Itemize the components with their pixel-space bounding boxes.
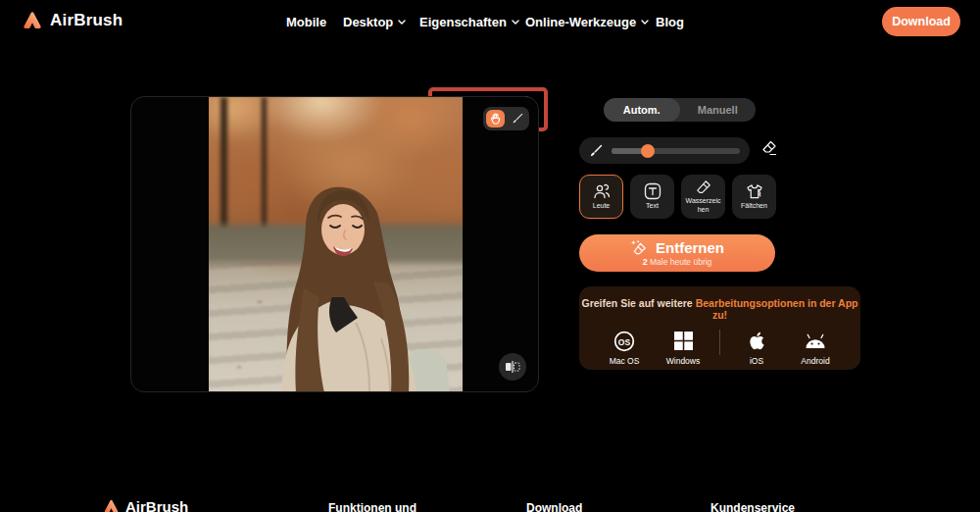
nav-item-mobile[interactable]: Mobile — [286, 15, 326, 29]
portrait-subject — [209, 97, 463, 392]
text-icon — [644, 182, 662, 200]
platform-windows[interactable]: Windows — [661, 330, 706, 366]
tool-text[interactable]: Text — [630, 175, 674, 219]
app-promo-box: Greifen Sie auf weitere Bearbeitungsopti… — [579, 286, 860, 370]
platform-links: OS Mac OS Windows iOS A — [579, 330, 860, 366]
hand-tool-button[interactable] — [486, 110, 505, 128]
tool-faeltchen[interactable]: Fältchen — [732, 175, 776, 219]
platform-ios[interactable]: iOS — [734, 330, 779, 366]
brush-size-control — [579, 137, 750, 164]
clothing-wrinkle-icon — [745, 183, 764, 200]
promo-title: Greifen Sie auf weitere Bearbeitungsopti… — [579, 297, 860, 321]
airbrush-logo-icon — [22, 10, 43, 31]
edited-photo — [209, 97, 463, 392]
footer-col-download[interactable]: Download — [526, 501, 582, 512]
top-navbar: AirBrush Mobile Desktop Eigenschaften On… — [0, 0, 980, 43]
compare-before-after-button[interactable] — [499, 353, 526, 381]
android-icon — [804, 330, 827, 352]
editor-toolbar: Neu hochladen Herunterladen — [0, 43, 980, 92]
platform-macos[interactable]: OS Mac OS — [602, 330, 647, 366]
remaining-uses: 2 Male heute übrig — [643, 257, 712, 267]
image-canvas[interactable] — [130, 96, 539, 392]
chevron-down-icon — [512, 20, 519, 25]
brush-size-icon — [589, 144, 603, 158]
apple-icon — [747, 330, 767, 352]
nav-item-eigenschaften[interactable]: Eigenschaften — [419, 15, 519, 29]
remove-apply-button[interactable]: Entfernen 2 Male heute übrig — [579, 234, 775, 272]
mode-toggle: Autom. Manuell — [604, 98, 756, 122]
eraser-mode-button[interactable] — [760, 140, 777, 159]
brush-size-thumb[interactable] — [641, 144, 655, 158]
removal-tools: Leute Text Wasserzeichen Fältchen — [579, 175, 776, 219]
mode-auto-button[interactable]: Autom. — [604, 98, 680, 122]
macos-icon: OS — [613, 330, 635, 352]
footer-brand[interactable]: AirBrush — [103, 498, 188, 512]
brush-tool-button[interactable] — [508, 110, 526, 128]
compare-icon — [505, 360, 520, 374]
nav-item-desktop[interactable]: Desktop — [343, 15, 406, 29]
people-icon — [592, 182, 612, 200]
tool-wasserzeichen[interactable]: Wasserzeichen — [681, 175, 725, 219]
footer-col-kundenservice[interactable]: Kundenservice — [710, 501, 795, 512]
page-footer: AirBrush Funktionen und Download Kundens… — [0, 495, 980, 512]
airbrush-logo-icon — [103, 498, 120, 512]
remove-label: Entfernen — [656, 239, 724, 256]
nav-download-button[interactable]: Download — [882, 7, 960, 36]
platform-divider — [719, 330, 720, 355]
hand-icon — [490, 113, 502, 125]
chevron-down-icon — [398, 20, 406, 25]
nav-item-online-werkzeuge[interactable]: Online-Werkzeuge — [525, 15, 649, 29]
brush-size-slider[interactable] — [612, 148, 740, 154]
canvas-tool-switch — [483, 107, 529, 130]
windows-icon — [674, 330, 693, 352]
brand-name: AirBrush — [50, 11, 122, 30]
brush-icon — [512, 113, 523, 125]
footer-col-funktionen[interactable]: Funktionen und — [328, 501, 416, 512]
platform-android[interactable]: Android — [793, 330, 838, 366]
svg-text:OS: OS — [618, 336, 631, 346]
brand-logo[interactable]: AirBrush — [22, 10, 122, 31]
nav-item-blog[interactable]: Blog — [656, 15, 684, 29]
eraser-icon — [760, 140, 777, 156]
tool-leute[interactable]: Leute — [579, 175, 623, 219]
magic-eraser-icon — [630, 239, 649, 256]
mode-manual-button[interactable]: Manuell — [680, 98, 757, 122]
chevron-down-icon — [641, 20, 649, 25]
watermark-eraser-icon — [694, 179, 713, 195]
